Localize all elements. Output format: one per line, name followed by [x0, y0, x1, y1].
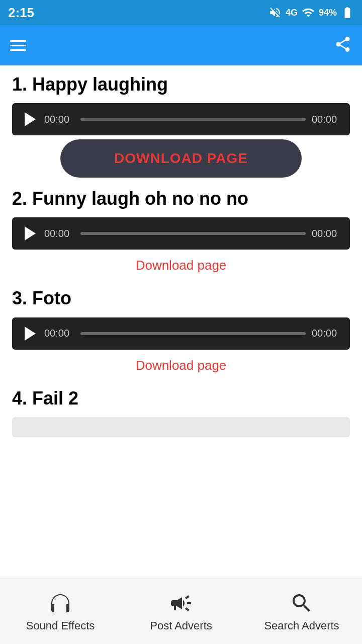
time-end-1: 00:00: [312, 114, 342, 125]
play-button-3[interactable]: [20, 325, 38, 343]
download-page-button-1[interactable]: DOWNLOAD PAGE: [60, 139, 302, 178]
mute-icon: [268, 6, 282, 19]
sound-item-2: 2. Funny laugh oh no no no 00:00 00:00 D…: [12, 188, 350, 277]
time-end-3: 00:00: [312, 328, 342, 339]
play-button-2[interactable]: [20, 224, 38, 243]
sound-title-4: 4. Fail 2: [12, 387, 350, 409]
sound-item-3: 3. Foto 00:00 00:00 Download page: [12, 287, 350, 377]
share-button[interactable]: [334, 35, 352, 55]
battery-icon: [341, 6, 354, 19]
audio-player-1: 00:00 00:00: [12, 103, 350, 135]
signal-icon: [302, 6, 315, 19]
headphones-icon: [48, 591, 72, 615]
progress-bar-3[interactable]: [80, 332, 306, 335]
time-end-2: 00:00: [312, 228, 342, 239]
play-button-1[interactable]: [20, 110, 38, 128]
nav-label-sound-effects: Sound Effects: [26, 619, 95, 632]
status-time: 2:15: [8, 5, 34, 21]
sound-item-1: 1. Happy laughing 00:00 00:00 DOWNLOAD P…: [12, 73, 350, 178]
time-start-1: 00:00: [44, 114, 74, 125]
nav-item-post-adverts[interactable]: Post Adverts: [121, 586, 241, 637]
sound-title-3: 3. Foto: [12, 287, 350, 309]
time-start-3: 00:00: [44, 328, 74, 339]
nav-label-post-adverts: Post Adverts: [150, 619, 212, 632]
content-area: 1. Happy laughing 00:00 00:00 DOWNLOAD P…: [0, 65, 362, 518]
sound-title-1: 1. Happy laughing: [12, 73, 350, 95]
time-start-2: 00:00: [44, 228, 74, 239]
nav-item-sound-effects[interactable]: Sound Effects: [0, 586, 121, 637]
bottom-navigation: Sound Effects Post Adverts Search Advert…: [0, 579, 362, 644]
download-link-3[interactable]: Download page: [12, 354, 350, 377]
nav-label-search-adverts: Search Adverts: [264, 619, 339, 632]
search-icon: [290, 591, 314, 615]
sound-item-4: 4. Fail 2: [12, 387, 350, 437]
megaphone-icon: [169, 591, 193, 615]
progress-bar-1[interactable]: [80, 118, 306, 121]
status-bar: 2:15 4G 94%: [0, 0, 362, 25]
share-icon: [334, 35, 352, 53]
download-link-2[interactable]: Download page: [12, 254, 350, 277]
network-indicator: 4G: [286, 8, 298, 18]
status-icons: 4G 94%: [268, 6, 354, 19]
battery-percent: 94%: [319, 8, 337, 18]
sound-title-2: 2. Funny laugh oh no no no: [12, 188, 350, 209]
nav-item-search-adverts[interactable]: Search Adverts: [241, 586, 362, 637]
partial-player-4: [12, 417, 350, 437]
app-bar: [0, 25, 362, 65]
audio-player-2: 00:00 00:00: [12, 217, 350, 250]
audio-player-3: 00:00 00:00: [12, 317, 350, 350]
hamburger-menu-button[interactable]: [10, 40, 26, 51]
progress-bar-2[interactable]: [80, 232, 306, 235]
